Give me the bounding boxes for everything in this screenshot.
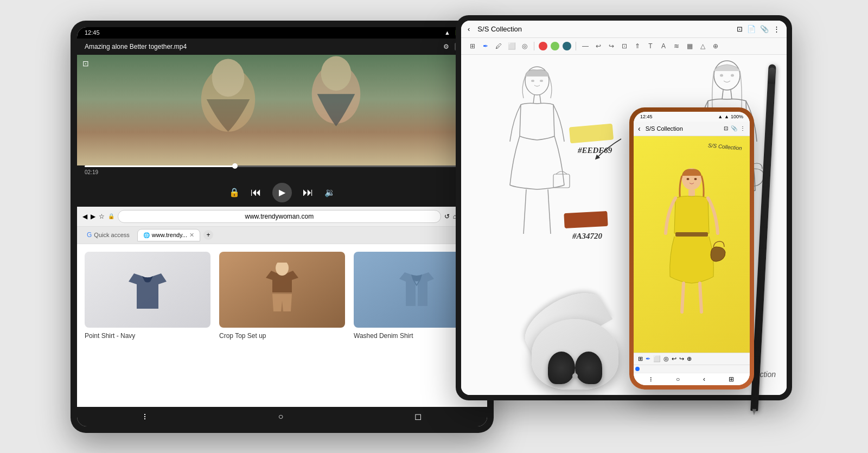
active-tab[interactable]: 🌐 www.trendy... ✕ [137,229,200,241]
video-controls: 🔒 ⏮ ▶ ⏭ 🔉 [77,178,487,207]
volume-icon[interactable]: 🔉 [324,187,335,197]
phone-attach-icon[interactable]: 📎 [731,125,737,131]
convert-tool[interactable]: A [659,41,668,51]
highlighter-tool[interactable]: 🖊 [494,41,503,51]
nav-home-icon[interactable]: ○ [278,412,284,422]
color-red[interactable] [539,42,547,50]
phone-shape-icon[interactable]: ◎ [663,355,669,362]
product-name-crop: Crop Top Set up [219,332,345,340]
products-grid: Point Shirt - Navy [77,244,487,407]
phone-nav-apps[interactable]: ⊞ [729,375,734,383]
google-icon: G [87,231,92,239]
browser-panel: ◀ ▶ ☆ 🔒 www.trendywoman.com ↺ ⌂ ★ ⬇ ≡ [77,207,487,407]
tab-close[interactable]: ✕ [189,232,194,239]
shape-tool[interactable]: ◎ [520,41,529,51]
undo-icon[interactable]: ↩ [593,41,603,51]
progress-track[interactable] [85,165,480,167]
phone-nav-back[interactable]: ‹ [703,375,705,383]
svg-line-9 [540,95,541,104]
back-icon[interactable]: ‹ [468,25,470,33]
pen-tool[interactable]: ✒ [481,41,490,51]
reload-icon[interactable]: ↺ [444,213,450,220]
eraser-tool[interactable]: ⬜ [507,41,516,51]
color-teal[interactable] [563,42,571,50]
phone-nav-menu[interactable]: ⫶ [649,375,653,383]
shapes-tool[interactable]: △ [698,41,707,51]
tablet-status-bar: 12:45 ▲ 🔋 100% [77,27,487,39]
phone-battery: 100% [731,114,743,119]
phone-status-bar: 12:45 ▲ ▲ 100% [634,112,750,122]
note-title: S/S Collection [477,25,732,33]
redo-icon[interactable]: ↪ [607,41,616,51]
phone-nav-home[interactable]: ○ [676,375,680,383]
color-green[interactable] [551,42,559,50]
skip-back-icon[interactable]: ⏮ [251,186,261,199]
svg-line-25 [682,283,684,312]
select-tool[interactable]: ⊞ [468,41,477,51]
url-bar[interactable]: www.trendywoman.com [118,210,441,223]
tab-title: www.trendy... [152,232,187,238]
back-button[interactable]: ◀ [82,213,87,220]
more-tool[interactable]: ⊕ [711,41,720,51]
phone-more-icon[interactable]: ⋮ [740,125,745,131]
doc-icon[interactable]: 📄 [747,25,756,33]
lasso-tool[interactable]: ⇑ [633,41,642,51]
phone-select-icon[interactable]: ⊞ [638,355,643,362]
quick-access-label: Quick access [94,232,129,238]
phone-redo-icon[interactable]: ↪ [679,355,684,362]
new-tab-button[interactable]: + [203,230,213,240]
svg-rect-23 [688,190,695,196]
svg-line-11 [548,189,551,234]
forward-button[interactable]: ▶ [91,213,95,220]
nav-menu-icon[interactable]: ⫶ [143,412,147,422]
phone-more-draw-icon[interactable]: ⊕ [687,355,692,362]
quick-access-tab[interactable]: G Quick access [82,229,134,241]
book-view-icon[interactable]: ⊡ [737,25,743,33]
tablet-content: Amazing alone Better together.mp4 ⚙ CC ⋮ [77,39,487,407]
product-card-navy: Point Shirt - Navy [85,252,210,399]
skip-forward-icon[interactable]: ⏭ [303,186,314,199]
phone-time: 12:45 [640,114,653,119]
arrow-yellow [591,136,624,163]
nav-recents-icon[interactable]: ◻ [414,411,422,422]
line-thickness[interactable]: — [580,41,590,51]
video-player: Amazing alone Better together.mp4 ⚙ CC ⋮ [77,39,487,207]
video-filename: Amazing alone Better together.mp4 [85,43,187,50]
video-progress-bar[interactable]: 02:19 10:51 [77,165,487,178]
smart-select[interactable]: ⊡ [620,41,629,51]
svg-rect-24 [675,232,708,237]
more-options-icon[interactable]: ⋮ [773,25,780,33]
page-indicator-active [635,367,640,371]
phone-back-icon[interactable]: ‹ [638,124,641,133]
color-label-brown: #A34720 [572,232,602,241]
lock-icon[interactable]: 🔒 [229,187,240,197]
play-button[interactable]: ▶ [272,183,292,202]
wifi-icon: ▲ [444,29,450,36]
browser-tabs: G Quick access 🌐 www.trendy... ✕ + [77,227,487,244]
settings-icon[interactable]: ⚙ [443,43,449,50]
layout-tool[interactable]: ▦ [685,41,694,51]
video-overlay-left: ⊡ [82,59,89,68]
screen-icon[interactable]: ⊡ [82,59,89,68]
bookmark-icon[interactable]: ☆ [99,213,105,220]
phone-canvas[interactable]: S/S Collection [634,136,750,353]
attach-icon[interactable]: 📎 [760,25,769,33]
tablet-time: 12:45 [85,29,100,36]
fashion-sketch-left [494,66,580,294]
phone-signal: ▲ [718,114,723,119]
phone-undo-icon[interactable]: ↩ [672,355,676,362]
video-top-bar: Amazing alone Better together.mp4 ⚙ CC ⋮ [77,39,487,55]
phone-pen-icon[interactable]: ✒ [646,355,650,362]
svg-point-22 [694,178,697,180]
phone-view-icon[interactable]: ⊡ [724,125,728,131]
text-tool[interactable]: T [646,41,655,51]
phone-note-title: S/S Collection [646,125,721,132]
translate-tool[interactable]: ≋ [672,41,681,51]
svg-point-21 [687,178,690,180]
phone-note-toolbar: ‹ S/S Collection ⊡ 📎 ⋮ [634,122,750,136]
lock-icon: 🔒 [108,213,114,219]
color-swatch-brown [564,210,608,228]
tablet-device: 12:45 ▲ 🔋 100% Amazing alone Better toge… [71,21,494,433]
earbud-right [575,352,602,384]
phone-eraser-icon[interactable]: ⬜ [653,355,661,362]
